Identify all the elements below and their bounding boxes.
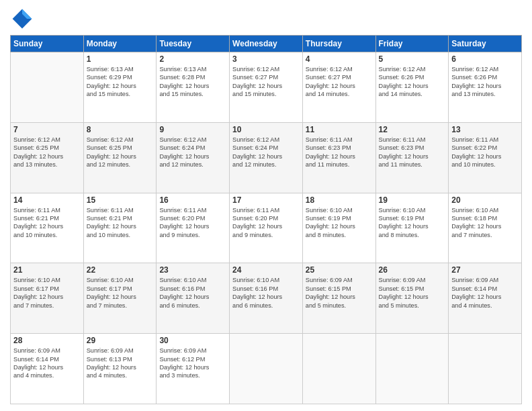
day-number: 2 <box>159 54 226 64</box>
calendar-day-21: 21Sunrise: 6:10 AMSunset: 6:17 PMDayligh… <box>11 263 84 334</box>
calendar-day-18: 18Sunrise: 6:10 AMSunset: 6:19 PMDayligh… <box>302 193 375 263</box>
calendar-week-row: 28Sunrise: 6:09 AMSunset: 6:14 PMDayligh… <box>11 334 522 404</box>
calendar-header-friday: Friday <box>375 36 449 52</box>
calendar-header-tuesday: Tuesday <box>157 36 230 52</box>
day-number: 16 <box>159 195 226 205</box>
calendar-day-26: 26Sunrise: 6:09 AMSunset: 6:15 PMDayligh… <box>375 263 449 334</box>
day-info: Sunrise: 6:12 AMSunset: 6:24 PMDaylight:… <box>232 136 300 169</box>
day-number: 25 <box>306 265 373 275</box>
calendar-day-29: 29Sunrise: 6:09 AMSunset: 6:13 PMDayligh… <box>83 334 157 404</box>
day-info: Sunrise: 6:09 AMSunset: 6:15 PMDaylight:… <box>379 276 446 310</box>
calendar-header-saturday: Saturday <box>449 36 522 52</box>
day-info: Sunrise: 6:13 AMSunset: 6:29 PMDaylight:… <box>87 65 154 99</box>
calendar-day-16: 16Sunrise: 6:11 AMSunset: 6:20 PMDayligh… <box>157 193 230 263</box>
calendar-day-9: 9Sunrise: 6:12 AMSunset: 6:24 PMDaylight… <box>157 122 230 193</box>
calendar-day-14: 14Sunrise: 6:11 AMSunset: 6:21 PMDayligh… <box>11 193 84 263</box>
calendar-header-thursday: Thursday <box>302 36 375 52</box>
day-number: 12 <box>379 125 446 134</box>
day-number: 28 <box>13 336 81 345</box>
day-info: Sunrise: 6:10 AMSunset: 6:18 PMDaylight:… <box>451 206 519 240</box>
day-info: Sunrise: 6:12 AMSunset: 6:26 PMDaylight:… <box>451 65 519 99</box>
day-info: Sunrise: 6:11 AMSunset: 6:20 PMDaylight:… <box>159 206 226 240</box>
day-info: Sunrise: 6:11 AMSunset: 6:21 PMDaylight:… <box>87 206 154 240</box>
calendar-day-13: 13Sunrise: 6:11 AMSunset: 6:22 PMDayligh… <box>449 122 522 193</box>
day-info: Sunrise: 6:12 AMSunset: 6:25 PMDaylight:… <box>87 136 154 169</box>
day-info: Sunrise: 6:11 AMSunset: 6:23 PMDaylight:… <box>306 136 373 169</box>
day-number: 15 <box>87 195 154 205</box>
calendar-day-19: 19Sunrise: 6:10 AMSunset: 6:19 PMDayligh… <box>375 193 449 263</box>
calendar-empty-cell <box>302 334 375 404</box>
calendar-empty-cell <box>230 334 303 404</box>
calendar-day-5: 5Sunrise: 6:12 AMSunset: 6:26 PMDaylight… <box>375 52 449 123</box>
day-number: 26 <box>379 265 446 275</box>
day-number: 3 <box>232 54 300 64</box>
calendar-day-24: 24Sunrise: 6:10 AMSunset: 6:16 PMDayligh… <box>230 263 303 334</box>
day-number: 19 <box>379 195 446 205</box>
day-info: Sunrise: 6:10 AMSunset: 6:19 PMDaylight:… <box>379 206 446 240</box>
day-info: Sunrise: 6:11 AMSunset: 6:23 PMDaylight:… <box>379 136 446 169</box>
calendar-day-23: 23Sunrise: 6:10 AMSunset: 6:16 PMDayligh… <box>157 263 230 334</box>
day-number: 27 <box>451 265 519 275</box>
calendar-day-6: 6Sunrise: 6:12 AMSunset: 6:26 PMDaylight… <box>449 52 522 123</box>
calendar-day-27: 27Sunrise: 6:09 AMSunset: 6:14 PMDayligh… <box>449 263 522 334</box>
day-info: Sunrise: 6:09 AMSunset: 6:15 PMDaylight:… <box>306 276 373 310</box>
calendar-day-17: 17Sunrise: 6:11 AMSunset: 6:20 PMDayligh… <box>230 193 303 263</box>
day-info: Sunrise: 6:12 AMSunset: 6:24 PMDaylight:… <box>159 136 226 169</box>
day-info: Sunrise: 6:09 AMSunset: 6:12 PMDaylight:… <box>159 347 226 380</box>
logo-icon <box>10 7 34 31</box>
day-number: 4 <box>306 54 373 64</box>
calendar-day-1: 1Sunrise: 6:13 AMSunset: 6:29 PMDaylight… <box>83 52 157 123</box>
day-number: 18 <box>306 195 373 205</box>
day-info: Sunrise: 6:11 AMSunset: 6:20 PMDaylight:… <box>232 206 300 240</box>
calendar-day-3: 3Sunrise: 6:12 AMSunset: 6:27 PMDaylight… <box>230 52 303 123</box>
day-info: Sunrise: 6:10 AMSunset: 6:17 PMDaylight:… <box>87 276 154 310</box>
day-number: 21 <box>13 265 81 275</box>
calendar-week-row: 21Sunrise: 6:10 AMSunset: 6:17 PMDayligh… <box>11 263 522 334</box>
calendar-header-wednesday: Wednesday <box>230 36 303 52</box>
day-info: Sunrise: 6:11 AMSunset: 6:21 PMDaylight:… <box>13 206 81 240</box>
calendar-day-22: 22Sunrise: 6:10 AMSunset: 6:17 PMDayligh… <box>83 263 157 334</box>
calendar-day-20: 20Sunrise: 6:10 AMSunset: 6:18 PMDayligh… <box>449 193 522 263</box>
calendar-day-25: 25Sunrise: 6:09 AMSunset: 6:15 PMDayligh… <box>302 263 375 334</box>
calendar-header-row: SundayMondayTuesdayWednesdayThursdayFrid… <box>11 36 522 52</box>
calendar-day-10: 10Sunrise: 6:12 AMSunset: 6:24 PMDayligh… <box>230 122 303 193</box>
day-number: 13 <box>451 125 519 134</box>
day-number: 10 <box>232 125 300 134</box>
calendar-day-30: 30Sunrise: 6:09 AMSunset: 6:12 PMDayligh… <box>157 334 230 404</box>
day-info: Sunrise: 6:09 AMSunset: 6:14 PMDaylight:… <box>451 276 519 310</box>
day-number: 5 <box>379 54 446 64</box>
calendar-day-28: 28Sunrise: 6:09 AMSunset: 6:14 PMDayligh… <box>11 334 84 404</box>
day-number: 7 <box>13 125 81 134</box>
calendar-week-row: 7Sunrise: 6:12 AMSunset: 6:25 PMDaylight… <box>11 122 522 193</box>
day-number: 17 <box>232 195 300 205</box>
day-info: Sunrise: 6:11 AMSunset: 6:22 PMDaylight:… <box>451 136 519 169</box>
day-number: 8 <box>87 125 154 134</box>
day-info: Sunrise: 6:12 AMSunset: 6:25 PMDaylight:… <box>13 136 81 169</box>
calendar-empty-cell <box>449 334 522 404</box>
day-number: 29 <box>87 336 154 345</box>
day-number: 24 <box>232 265 300 275</box>
day-info: Sunrise: 6:10 AMSunset: 6:16 PMDaylight:… <box>232 276 300 310</box>
calendar-day-7: 7Sunrise: 6:12 AMSunset: 6:25 PMDaylight… <box>11 122 84 193</box>
calendar-day-2: 2Sunrise: 6:13 AMSunset: 6:28 PMDaylight… <box>157 52 230 123</box>
day-number: 23 <box>159 265 226 275</box>
day-info: Sunrise: 6:09 AMSunset: 6:14 PMDaylight:… <box>13 347 81 380</box>
calendar-header-sunday: Sunday <box>11 36 84 52</box>
calendar-empty-cell <box>11 52 84 123</box>
calendar-header-monday: Monday <box>83 36 157 52</box>
day-number: 22 <box>87 265 154 275</box>
calendar-empty-cell <box>375 334 449 404</box>
day-number: 6 <box>451 54 519 64</box>
calendar-day-12: 12Sunrise: 6:11 AMSunset: 6:23 PMDayligh… <box>375 122 449 193</box>
day-info: Sunrise: 6:12 AMSunset: 6:27 PMDaylight:… <box>306 65 373 99</box>
day-number: 1 <box>87 54 154 64</box>
day-number: 20 <box>451 195 519 205</box>
logo <box>10 7 37 31</box>
day-info: Sunrise: 6:12 AMSunset: 6:26 PMDaylight:… <box>379 65 446 99</box>
calendar-day-11: 11Sunrise: 6:11 AMSunset: 6:23 PMDayligh… <box>302 122 375 193</box>
calendar: SundayMondayTuesdayWednesdayThursdayFrid… <box>10 35 522 404</box>
day-info: Sunrise: 6:12 AMSunset: 6:27 PMDaylight:… <box>232 65 300 99</box>
day-number: 11 <box>306 125 373 134</box>
calendar-week-row: 1Sunrise: 6:13 AMSunset: 6:29 PMDaylight… <box>11 52 522 123</box>
day-info: Sunrise: 6:13 AMSunset: 6:28 PMDaylight:… <box>159 65 226 99</box>
